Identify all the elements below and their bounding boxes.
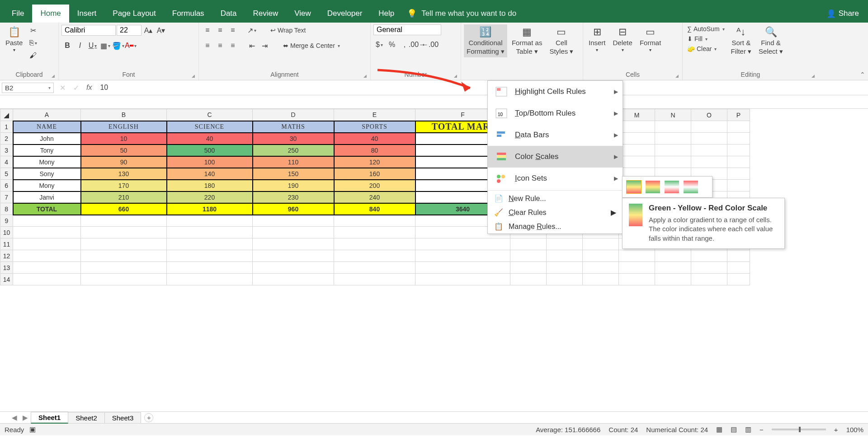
cf-clear-rules[interactable]: 🧹Clear Rules▶ xyxy=(488,205,623,219)
cell[interactable] xyxy=(655,262,691,274)
insert-cell-button[interactable]: ⊞Insert▾ xyxy=(586,24,609,54)
cell[interactable] xyxy=(13,250,81,262)
zoom-out-button[interactable]: − xyxy=(760,426,764,434)
sheet-tab-1[interactable]: Sheet1 xyxy=(31,412,68,424)
row-header[interactable]: 5 xyxy=(0,168,13,180)
macro-record-icon[interactable]: ▣ xyxy=(29,425,36,434)
conditional-formatting-button[interactable]: 🔢ConditionalFormatting ▾ xyxy=(464,24,507,57)
cut-button[interactable]: ✂ xyxy=(27,24,39,36)
cell[interactable]: 90 xyxy=(81,156,167,168)
col-header[interactable]: C xyxy=(167,109,253,121)
cell[interactable] xyxy=(334,227,415,238)
zoom-slider[interactable] xyxy=(772,429,826,430)
align-right-button[interactable]: ≡ xyxy=(227,40,239,51)
enter-formula-icon[interactable]: ✓ xyxy=(69,84,83,92)
format-as-table-button[interactable]: ▦Format asTable ▾ xyxy=(509,24,545,57)
cell[interactable]: 120 xyxy=(334,156,415,168)
percent-button[interactable]: % xyxy=(386,39,398,51)
sheet-tab-3[interactable]: Sheet3 xyxy=(104,412,142,423)
cell[interactable]: 200 xyxy=(334,180,415,191)
underline-button[interactable]: U xyxy=(87,40,99,51)
cell-styles-button[interactable]: ▭CellStyles ▾ xyxy=(547,24,576,57)
row-header[interactable]: 7 xyxy=(0,191,13,203)
cell[interactable] xyxy=(167,215,253,227)
cell[interactable]: Janvi xyxy=(13,191,81,203)
cell[interactable]: 210 xyxy=(81,191,167,203)
align-top-button[interactable]: ≡ xyxy=(202,24,213,36)
zoom-level[interactable]: 100% xyxy=(846,426,863,434)
sheet-nav-prev[interactable]: ◀ xyxy=(9,414,20,422)
font-color-button[interactable]: A xyxy=(125,40,137,51)
bold-button[interactable]: B xyxy=(61,40,73,51)
fx-icon[interactable]: fx xyxy=(83,84,95,92)
align-center-button[interactable]: ≡ xyxy=(214,40,226,51)
formula-value[interactable]: 10 xyxy=(95,84,113,92)
cell[interactable]: John xyxy=(13,133,81,145)
col-header[interactable]: N xyxy=(655,109,691,121)
cell[interactable] xyxy=(415,274,510,285)
cell[interactable] xyxy=(253,227,334,238)
cell[interactable] xyxy=(13,215,81,227)
borders-button[interactable]: ▦ xyxy=(99,40,111,51)
row-header[interactable]: 14 xyxy=(0,274,13,285)
cell[interactable]: 660 xyxy=(81,203,167,215)
cell[interactable]: 110 xyxy=(253,156,334,168)
tab-file[interactable]: File xyxy=(4,5,32,23)
row-header[interactable]: 6 xyxy=(0,180,13,191)
cell[interactable]: TOTAL xyxy=(13,203,81,215)
cell[interactable] xyxy=(691,274,727,285)
tab-view[interactable]: View xyxy=(286,5,319,23)
cf-manage-rules[interactable]: 📋Manage Rules... xyxy=(488,219,623,233)
name-box[interactable]: B2▾ xyxy=(2,83,54,93)
row-header[interactable]: 1 xyxy=(0,121,13,133)
new-sheet-button[interactable]: + xyxy=(144,413,153,422)
fill-color-button[interactable]: 🪣 xyxy=(112,40,124,51)
number-format-combo[interactable] xyxy=(373,24,441,35)
col-header[interactable]: D xyxy=(253,109,334,121)
cell[interactable]: 240 xyxy=(334,191,415,203)
format-cell-button[interactable]: ▭Format▾ xyxy=(637,24,664,54)
cell[interactable]: 30 xyxy=(253,133,334,145)
cell[interactable] xyxy=(334,238,415,250)
table-header[interactable]: NAME xyxy=(13,121,81,133)
tab-help[interactable]: Help xyxy=(370,5,402,23)
orientation-button[interactable]: ↗ xyxy=(246,24,258,36)
cell[interactable] xyxy=(167,250,253,262)
cell[interactable] xyxy=(655,274,691,285)
sort-filter-button[interactable]: ᴬ↓Sort &Filter ▾ xyxy=(728,24,755,57)
cell[interactable] xyxy=(167,238,253,250)
cf-data-bars[interactable]: Data Bars▶ xyxy=(488,124,623,146)
col-header[interactable]: O xyxy=(691,109,727,121)
cell[interactable]: 40 xyxy=(167,133,253,145)
share-button[interactable]: 👤Share xyxy=(826,5,859,23)
cell[interactable] xyxy=(510,262,547,274)
tab-formulas[interactable]: Formulas xyxy=(164,5,212,23)
cell[interactable] xyxy=(619,274,655,285)
align-bot-button[interactable]: ≡ xyxy=(227,24,239,36)
cell[interactable] xyxy=(81,238,167,250)
cf-highlight-cells[interactable]: Highlight Cells Rules▶ xyxy=(488,81,623,103)
cell[interactable]: 1180 xyxy=(167,203,253,215)
cell[interactable] xyxy=(583,262,619,274)
cell[interactable] xyxy=(253,238,334,250)
paste-button[interactable]: 📋Paste▾ xyxy=(3,24,25,54)
find-select-button[interactable]: 🔍Find &Select ▾ xyxy=(756,24,786,57)
accounting-button[interactable]: $ xyxy=(373,39,385,51)
cell[interactable] xyxy=(510,238,547,250)
cell[interactable] xyxy=(510,274,547,285)
cf-top-bottom[interactable]: 10Top/Bottom Rules▶ xyxy=(488,103,623,124)
cell[interactable]: 100 xyxy=(167,156,253,168)
color-scale-gyr[interactable] xyxy=(626,180,642,194)
cell[interactable]: Tony xyxy=(13,145,81,156)
cell[interactable]: 140 xyxy=(167,168,253,180)
cell[interactable]: 150 xyxy=(253,168,334,180)
cell[interactable] xyxy=(334,250,415,262)
format-painter-button[interactable]: 🖌 xyxy=(27,50,39,61)
zoom-in-button[interactable]: + xyxy=(834,426,838,434)
cell[interactable]: 50 xyxy=(81,145,167,156)
cell[interactable]: 170 xyxy=(81,180,167,191)
cell[interactable]: 160 xyxy=(334,168,415,180)
align-mid-button[interactable]: ≡ xyxy=(214,24,226,36)
cell[interactable]: 500 xyxy=(167,145,253,156)
row-header[interactable]: 13 xyxy=(0,262,13,274)
